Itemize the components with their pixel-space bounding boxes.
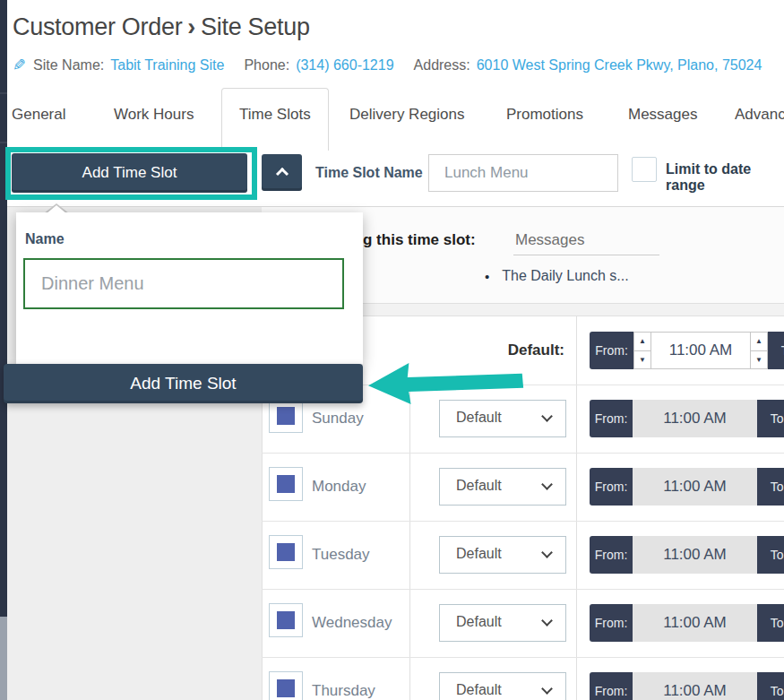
collapse-button[interactable] (262, 154, 302, 191)
checkbox-checked-fill (277, 543, 295, 561)
from-time-field[interactable]: 11:00 AM (633, 672, 757, 700)
tab-delivery-regions[interactable]: Delivery Regions (349, 106, 465, 124)
site-info-bar: ✎ Site Name: Tabit Training Site Phone: … (13, 56, 781, 75)
add-time-slot-button[interactable]: Add Time Slot (12, 153, 247, 193)
from-label: From: (590, 672, 633, 700)
checkbox-checked-fill (277, 611, 295, 629)
breadcrumb-chevron-icon: › (182, 13, 201, 40)
default-to-label: To: (768, 332, 784, 369)
day-label: Wednesday (312, 614, 392, 632)
day-checkbox[interactable] (269, 535, 303, 569)
default-from-label: From: (590, 332, 633, 369)
add-time-slot-popup: Name (16, 212, 363, 364)
message-text: The Daily Lunch s... (502, 268, 628, 284)
to-label: To: (757, 468, 784, 506)
select-value: Default (456, 478, 502, 494)
spinner-down-icon[interactable]: ▼ (633, 350, 651, 370)
day-label: Thursday (312, 682, 375, 700)
time-slot-name-label: Time Slot Name (315, 165, 423, 181)
table-col-divider-1 (409, 385, 410, 700)
row-divider (262, 657, 784, 658)
usage-partial-text: g this time slot: (363, 231, 476, 249)
from-time-field[interactable]: 11:00 AM (633, 468, 757, 506)
site-name-label: Site Name: (33, 57, 104, 73)
day-checkbox[interactable] (269, 399, 303, 433)
chevron-down-icon (541, 615, 553, 627)
day-label: Sunday (312, 410, 364, 428)
annotation-arrow-icon (362, 355, 527, 413)
day-checkbox[interactable] (269, 603, 303, 637)
day-option-select[interactable]: Default (439, 536, 566, 574)
checkbox-checked-fill (277, 475, 295, 493)
from-time-field[interactable]: 11:00 AM (633, 604, 757, 642)
row-divider (262, 453, 784, 454)
from-label: From: (590, 536, 633, 574)
from-time-field[interactable]: 11:00 AM (633, 400, 757, 437)
select-value: Default (456, 410, 502, 426)
tab-general[interactable]: General (12, 106, 65, 124)
chevron-down-icon (541, 410, 553, 422)
chevron-down-icon (541, 683, 553, 695)
edit-pencil-icon[interactable]: ✎ (13, 56, 26, 75)
day-checkbox[interactable] (269, 671, 303, 700)
from-label: From: (590, 400, 633, 437)
table-col-divider-2 (576, 316, 577, 700)
chevron-down-icon (541, 547, 553, 558)
chevron-up-icon (275, 168, 288, 180)
message-list-item: • The Daily Lunch s... (485, 268, 629, 284)
row-divider (262, 589, 784, 590)
select-value: Default (456, 614, 502, 630)
from-time-field[interactable]: 11:00 AM (633, 536, 757, 574)
phone-link[interactable]: (314) 660-1219 (296, 57, 393, 73)
popup-name-input[interactable] (23, 258, 344, 309)
time-slot-name-input[interactable] (428, 154, 618, 192)
spinner-down-icon[interactable]: ▼ (750, 350, 768, 370)
default-from-time[interactable]: 11:00 AM (651, 332, 750, 369)
checkbox-checked-fill (277, 407, 295, 425)
tab-promotions[interactable]: Promotions (506, 106, 583, 124)
to-label: To: (757, 536, 784, 574)
to-label: To: (757, 400, 784, 437)
site-setup-page: Customer Order›Site Setup ✎ Site Name: T… (0, 0, 784, 700)
day-option-select[interactable]: Default (439, 672, 566, 700)
select-value: Default (456, 682, 502, 698)
popup-caret (46, 205, 67, 214)
phone-label: Phone: (244, 57, 289, 73)
breadcrumb: Customer Order›Site Setup (13, 13, 310, 41)
spinner-up-icon[interactable]: ▲ (750, 332, 768, 350)
popup-name-label: Name (25, 231, 65, 247)
spinner-up-icon[interactable]: ▲ (633, 332, 651, 350)
address-link[interactable]: 6010 West Spring Creek Pkwy, Plano, 7502… (477, 57, 762, 73)
tab-time-slots[interactable]: Time Slots (239, 106, 311, 124)
tab-work-hours[interactable]: Work Hours (114, 106, 194, 124)
limit-date-range-label: Limit to date range (666, 161, 784, 194)
to-label: To: (757, 672, 784, 700)
checkbox-checked-fill (277, 679, 295, 697)
bullet-icon: • (485, 269, 489, 284)
row-divider (262, 521, 784, 522)
default-from-spinner-2: ▲ ▼ (750, 332, 768, 369)
page-title: Site Setup (201, 13, 310, 40)
select-value: Default (456, 546, 502, 562)
day-option-select[interactable]: Default (439, 604, 566, 642)
tab-advanced[interactable]: Advanced (735, 106, 784, 124)
chevron-down-icon (541, 479, 553, 490)
default-from-spinner: ▲ ▼ (633, 332, 651, 369)
messages-underline (513, 255, 659, 255)
day-label: Tuesday (312, 546, 370, 564)
breadcrumb-parent: Customer Order (13, 13, 182, 40)
address-label: Address: (414, 57, 470, 73)
day-label: Monday (312, 478, 366, 496)
from-label: From: (590, 468, 633, 506)
sidebar-edge (0, 0, 7, 700)
from-label: From: (590, 604, 633, 642)
day-option-select[interactable]: Default (439, 468, 566, 506)
popup-add-time-slot-button[interactable]: Add Time Slot (4, 364, 363, 403)
tab-messages[interactable]: Messages (628, 106, 697, 124)
site-name-link[interactable]: Tabit Training Site (110, 57, 224, 73)
messages-column-header: Messages (515, 231, 584, 249)
to-label: To: (757, 604, 784, 642)
day-checkbox[interactable] (269, 467, 303, 501)
limit-date-range-checkbox[interactable] (632, 157, 657, 182)
